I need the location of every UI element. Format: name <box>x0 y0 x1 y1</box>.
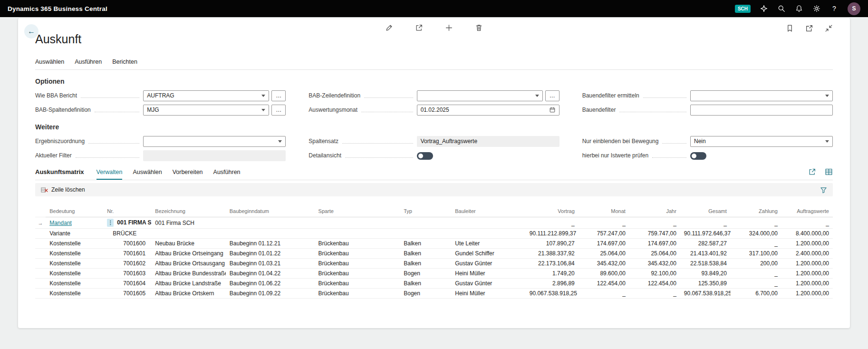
cell-gesamt[interactable]: 21.413.401,92 <box>680 249 731 259</box>
column-header-jahr[interactable]: Jahr <box>629 207 680 217</box>
cell-jahr[interactable]: 345.432,00 <box>629 259 680 269</box>
cell-auftragswerte[interactable]: 1.200.000,00 <box>781 279 833 289</box>
cell-gesamt[interactable]: 93.849,20 <box>680 269 731 279</box>
popout-icon[interactable] <box>805 24 813 32</box>
bab-zeilendefinition-select[interactable] <box>417 90 543 101</box>
cell-gesamt[interactable]: 90.067.538.918,25 <box>680 289 731 299</box>
cell-vortrag[interactable]: 107.890,27 <box>526 239 579 249</box>
back-button[interactable]: ← <box>24 24 39 39</box>
cell-nr[interactable]: BRÜCKE <box>103 229 151 239</box>
cell-auftragswerte[interactable]: 1.200.000,00 <box>781 259 833 269</box>
delete-row-icon[interactable] <box>41 186 48 194</box>
column-header-bedeutung[interactable]: Bedeutung <box>46 207 103 217</box>
bookmark-icon[interactable] <box>786 24 794 32</box>
calendar-icon[interactable] <box>549 107 556 113</box>
help-icon[interactable]: ? <box>830 4 839 13</box>
avatar[interactable]: S <box>848 2 860 15</box>
assist-edit-button[interactable]: … <box>271 90 286 101</box>
cell-nr[interactable]: 7001603 <box>103 269 151 279</box>
column-header-bauleiter[interactable]: Bauleiter <box>451 207 525 217</box>
cell-zahlung[interactable]: 324.000,00 <box>731 229 781 239</box>
cell-auftragswerte[interactable]: 1.200.000,00 <box>781 239 833 249</box>
cell-gesamt[interactable]: 282.587,27 <box>680 239 731 249</box>
bauendefilter-ermitteln-select[interactable] <box>690 90 833 101</box>
assist-edit-button[interactable]: … <box>545 90 559 101</box>
tab-vorbereiten[interactable]: Vorbereiten <box>173 169 203 175</box>
cell-vortrag[interactable]: 22.173.106,84 <box>526 259 579 269</box>
column-header-bezeichnung[interactable]: Bezeichnung <box>151 207 225 217</box>
cell-nr[interactable]: 7001605 <box>103 289 151 299</box>
cell-monat[interactable]: 345.432,00 <box>579 259 629 269</box>
cell-gesamt[interactable]: 22.518.538,84 <box>680 259 731 269</box>
app-title[interactable]: Dynamics 365 Business Central <box>8 5 107 12</box>
column-header-zahlung[interactable]: Zahlung <box>731 207 781 217</box>
cell-jahr[interactable]: 174.697,00 <box>629 239 680 249</box>
wie-bba-bericht-select[interactable]: AUFTRAG <box>143 90 269 101</box>
cell-nr[interactable]: 7001601 <box>103 249 151 259</box>
bell-icon[interactable] <box>795 4 803 13</box>
bab-spaltendefinition-select[interactable]: MJG <box>143 105 269 116</box>
cell-zahlung[interactable]: 200,00 <box>731 259 781 269</box>
cell-nr[interactable]: 7001604 <box>103 279 151 289</box>
cell-zahlung[interactable]: 317.100,00 <box>731 249 781 259</box>
column-header-nr[interactable]: Nr. <box>103 207 151 217</box>
row-context-menu[interactable]: ⋮ <box>107 219 114 227</box>
cell-vortrag[interactable]: 2.896,89 <box>526 279 579 289</box>
auswertungsmonat-date-input[interactable]: 01.02.2025 <box>417 105 559 116</box>
tab-verwalten[interactable]: Verwalten <box>96 169 123 175</box>
tab-ausfuehren[interactable]: Ausführen <box>213 169 241 175</box>
cell-monat[interactable]: 757.247,00 <box>579 229 629 239</box>
cell-gesamt[interactable]: 90.111.972.646,37 <box>680 229 731 239</box>
cell-auftragswerte[interactable]: 2.400.000,00 <box>781 249 833 259</box>
cell-vortrag[interactable]: 90.067.538.918,25 <box>526 289 579 299</box>
share-icon[interactable] <box>415 24 423 32</box>
filter-icon[interactable] <box>820 186 827 194</box>
gear-icon[interactable] <box>812 4 821 13</box>
cell-monat[interactable]: 174.697,00 <box>579 239 629 249</box>
cell-monat[interactable]: 89.600,00 <box>579 269 629 279</box>
delete-icon[interactable] <box>475 24 483 32</box>
add-icon[interactable] <box>445 24 453 32</box>
edit-pencil-icon[interactable] <box>385 24 393 32</box>
cell-monat[interactable]: 122.454,00 <box>579 279 629 289</box>
cell-bedeutung[interactable]: Mandant <box>46 217 103 229</box>
istwerte-pruefen-toggle[interactable] <box>690 152 706 160</box>
cell-jahr[interactable]: 92.100,00 <box>629 269 680 279</box>
column-header-baubeginndatum[interactable]: Baubeginndatum <box>226 207 315 217</box>
menu-ausfuehren[interactable]: Ausführen <box>75 58 102 65</box>
cell-gesamt[interactable]: 125.350,89 <box>680 279 731 289</box>
menu-berichten[interactable]: Berichten <box>112 58 137 65</box>
column-header-gesamt[interactable]: Gesamt <box>680 207 731 217</box>
cell-jahr[interactable]: 25.064,00 <box>629 249 680 259</box>
column-header-sparte[interactable]: Sparte <box>315 207 400 217</box>
cell-auftragswerte[interactable]: 1.200.000,00 <box>781 289 833 299</box>
menu-auswaehlen[interactable]: Auswählen <box>35 58 64 65</box>
open-in-excel-icon[interactable] <box>825 168 833 176</box>
cell-zahlung[interactable]: 6.700,00 <box>731 289 781 299</box>
share-icon[interactable] <box>808 168 816 176</box>
cell-nr[interactable]: 7001602 <box>103 259 151 269</box>
ergebniszuordnung-select[interactable] <box>143 136 286 147</box>
copilot-icon[interactable] <box>760 4 768 13</box>
delete-row-action[interactable]: Zeile löschen <box>51 186 85 193</box>
cell-auftragswerte[interactable]: 1.200.000,00 <box>781 269 833 279</box>
column-header-vortrag[interactable]: Vortrag <box>526 207 579 217</box>
bauendefilter-input[interactable] <box>690 105 833 116</box>
search-icon[interactable] <box>777 4 786 13</box>
column-header-monat[interactable]: Monat <box>579 207 629 217</box>
cell-jahr[interactable]: 759.747,00 <box>629 229 680 239</box>
cell-vortrag[interactable]: 1.749,20 <box>526 269 579 279</box>
cell-nr[interactable]: ⋮001 FIRMA SCH <box>103 217 151 229</box>
cell-monat[interactable]: 25.064,00 <box>579 249 629 259</box>
column-header-auftragswerte[interactable]: Auftragswerte <box>781 207 833 217</box>
cell-nr[interactable]: 7001600 <box>103 239 151 249</box>
tab-auswaehlen[interactable]: Auswählen <box>133 169 162 175</box>
cell-vortrag[interactable]: 21.388.337,92 <box>526 249 579 259</box>
detailansicht-toggle[interactable] <box>417 152 433 160</box>
nur-einblenden-select[interactable]: Nein <box>690 136 833 147</box>
cell-jahr[interactable]: 122.454,00 <box>629 279 680 289</box>
cell-auftragswerte[interactable]: 8.400.000,00 <box>781 229 833 239</box>
cell-vortrag[interactable]: 90.111.212.899,37 <box>526 229 579 239</box>
assist-edit-button[interactable]: … <box>271 105 286 116</box>
minimize-icon[interactable] <box>825 24 833 32</box>
